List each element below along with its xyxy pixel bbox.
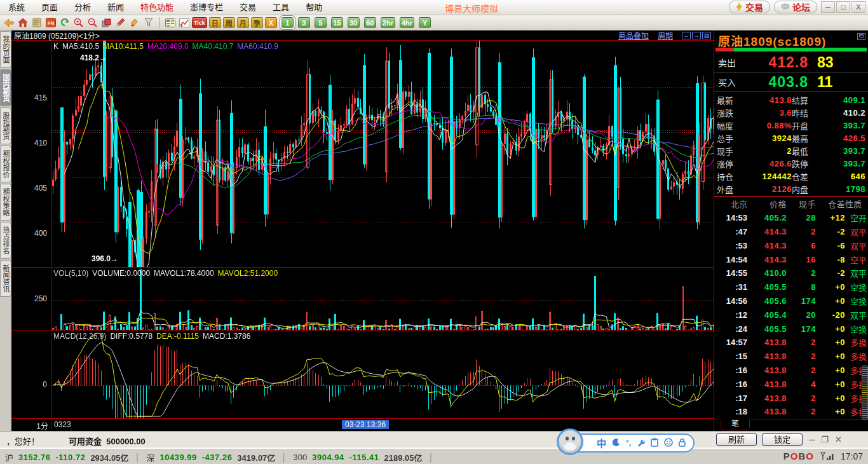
chart-nav-icons: ←→▤	[682, 32, 711, 39]
overlay-link[interactable]: 商品叠加	[618, 30, 649, 41]
vol-tick-250: 250	[11, 294, 47, 303]
stat-value: 410.2	[824, 108, 865, 118]
refresh-icon[interactable]	[58, 17, 71, 29]
wrench-icon[interactable]	[637, 439, 645, 448]
candlestick-canvas[interactable]	[51, 41, 715, 267]
period-link[interactable]: 周期	[658, 30, 673, 41]
tick-table-row: 14:54414.316-8空平	[714, 252, 868, 266]
home-icon[interactable]	[17, 17, 29, 29]
minimize-icon[interactable]: ─	[821, 1, 835, 13]
tick-nature: 双平	[845, 226, 867, 238]
stat-label: 最新	[717, 94, 743, 106]
period-button-60[interactable]: 60	[364, 17, 376, 28]
tick-volume: 2	[787, 365, 816, 375]
legend-item: DIFF:0.5778	[110, 332, 153, 341]
refresh-button[interactable]: 刷新	[716, 433, 757, 446]
period-button-3[interactable]: 3	[298, 17, 310, 28]
notes-icon[interactable]	[31, 17, 43, 29]
period-button-1[interactable]: 1	[281, 17, 294, 28]
period-button-5[interactable]: 5	[315, 17, 327, 28]
pencil-icon[interactable]	[114, 17, 126, 29]
period-button-Y[interactable]: Y	[419, 17, 431, 28]
moon-icon[interactable]	[612, 439, 620, 448]
prev-chart-icon[interactable]: ←	[682, 32, 691, 39]
sidebar-tab-option-strategy[interactable]: 期权策略	[0, 184, 11, 221]
period-button-4hr[interactable]: 4hr	[400, 17, 414, 28]
sidebar-tab-option-quotes[interactable]: 期权报价	[0, 146, 11, 182]
toolbar: FNTick日周月季X1351530602hr4hrY	[0, 15, 868, 31]
menu-item-system[interactable]: 系统	[0, 0, 33, 15]
menu-item-help[interactable]: 帮助	[297, 0, 330, 15]
sidebar-tab-domestic-futures[interactable]: 国内期货	[0, 69, 11, 106]
sidebar-tab-index-futures[interactable]: 股指期货	[0, 107, 11, 144]
panel-close-icon[interactable]: ✕	[834, 435, 843, 444]
kline-button-Tick[interactable]: Tick	[192, 17, 207, 28]
tick-scrollbar[interactable]	[862, 365, 868, 420]
tick-time: 14:55	[715, 268, 747, 278]
chart-area: 原油1809 (052109)<1分> 商品叠加 周期 ←→▤ KMA5:410…	[11, 31, 714, 431]
menu-item-tools[interactable]: 工具	[264, 0, 297, 15]
next-chart-icon[interactable]: →	[692, 32, 701, 39]
zoom-out-icon[interactable]	[86, 17, 98, 29]
tab-bi[interactable]: 笔	[721, 420, 750, 430]
legend-item: MAVOL2:51.2000	[218, 269, 278, 278]
tick-price: 405.5	[747, 282, 787, 292]
divider: │	[133, 453, 141, 462]
punctuation-icon[interactable]: °,	[626, 439, 631, 447]
close-icon[interactable]: X	[851, 1, 865, 13]
panel-maximize-icon[interactable]	[857, 33, 865, 40]
lock-icon[interactable]	[679, 438, 686, 448]
menu-item-trade[interactable]: 交易	[231, 0, 264, 15]
tick-oi-change: +0	[816, 338, 845, 347]
tick-oi-change: -2	[816, 227, 845, 236]
trend-icon[interactable]	[178, 17, 190, 29]
lock-button[interactable]: 锁定	[762, 433, 803, 446]
kline-button-季[interactable]: 季	[251, 17, 263, 28]
sidebar-tab-my-page[interactable]: 我的页面	[0, 31, 11, 68]
ime-avatar[interactable]	[557, 428, 583, 455]
kline-button-X[interactable]: X	[265, 17, 277, 28]
tick-nature: 双平	[845, 309, 867, 321]
fn-icon[interactable]: FN	[44, 17, 57, 29]
clock: 17:07	[841, 451, 863, 461]
period-button-30[interactable]: 30	[348, 17, 360, 28]
maximize-icon[interactable]: □	[836, 1, 850, 13]
panel-minimize-icon[interactable]: ─	[808, 435, 816, 444]
split-view-icon[interactable]: ▤	[702, 32, 711, 39]
menu-item-pobo-column[interactable]: 澎博专栏	[182, 0, 231, 15]
kline-button-日[interactable]: 日	[209, 17, 221, 28]
stat-value: 646	[824, 172, 865, 181]
tick-volume: 2	[787, 268, 816, 278]
menu-item-features[interactable]: 特色功能	[132, 0, 182, 15]
macd-canvas[interactable]	[51, 331, 715, 419]
quote-board-icon[interactable]	[164, 17, 176, 29]
zoom-in-icon[interactable]	[72, 17, 85, 29]
back-icon[interactable]	[3, 17, 15, 29]
menu-item-analysis[interactable]: 分析	[66, 0, 99, 15]
tick-header-cell: 价格	[747, 198, 787, 210]
overlay-icon[interactable]	[100, 17, 112, 29]
chinese-mode-icon[interactable]: 中	[597, 439, 606, 448]
tick-volume: 2	[787, 393, 816, 403]
kline-button-月[interactable]: 月	[237, 17, 249, 28]
status-bar: ，您好！ 可用资金 500000.00 刷新 锁定 ─❐✕	[0, 431, 868, 447]
clipboard-icon[interactable]	[651, 438, 658, 448]
stat-value: 393.7	[824, 121, 865, 130]
paint-icon[interactable]	[128, 17, 140, 29]
sidebar-tab-hot-ranking[interactable]: 热点排名	[0, 222, 11, 259]
ma-legend: KMA5:410.5MA10:411.5MA20:409.0MA40:410.7…	[53, 42, 282, 51]
forum-button[interactable]: 论坛	[774, 1, 817, 13]
sidebar-tab-news-info[interactable]: 新闻资讯	[0, 260, 11, 297]
emoji-icon[interactable]	[664, 438, 673, 448]
trade-button[interactable]: 交易	[729, 1, 770, 13]
stat-label: 外盘	[717, 183, 743, 195]
quote-stats: 最新413.8结算409.1涨跌3.6昨结410.2幅度0.88%开盘393.7…	[714, 92, 868, 197]
period-button-15[interactable]: 15	[331, 17, 343, 28]
kline-button-周[interactable]: 周	[223, 17, 235, 28]
period-button-2hr[interactable]: 2hr	[381, 17, 395, 28]
menu-item-page[interactable]: 页面	[33, 0, 66, 15]
filter-icon[interactable]	[142, 17, 154, 29]
svg-text:FN: FN	[47, 20, 54, 26]
menu-item-news[interactable]: 新闻	[99, 0, 132, 15]
panel-restore-icon[interactable]: ❐	[820, 435, 830, 444]
